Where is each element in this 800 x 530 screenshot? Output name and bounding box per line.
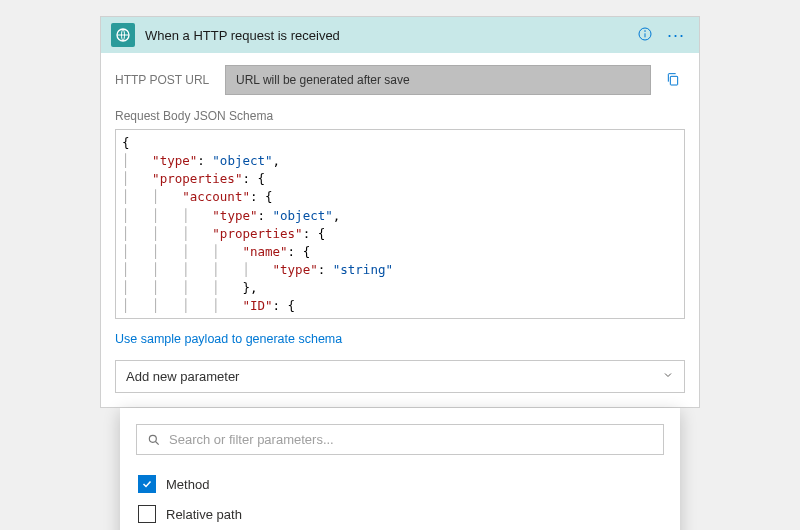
schema-editor[interactable]: {│ "type": "object",│ "properties": {│ │… bbox=[115, 129, 685, 319]
http-trigger-icon bbox=[111, 23, 135, 47]
chevron-down-icon bbox=[662, 369, 674, 384]
checkbox[interactable] bbox=[138, 475, 156, 493]
copy-url-icon[interactable] bbox=[661, 67, 685, 94]
http-url-value: URL will be generated after save bbox=[225, 65, 651, 95]
parameter-option-label: Relative path bbox=[166, 507, 242, 522]
http-url-row: HTTP POST URL URL will be generated afte… bbox=[115, 65, 685, 95]
parameter-option[interactable]: Method bbox=[136, 469, 664, 499]
parameter-option-label: Method bbox=[166, 477, 209, 492]
card-body: HTTP POST URL URL will be generated afte… bbox=[101, 53, 699, 407]
info-icon[interactable] bbox=[637, 26, 653, 45]
add-parameter-dropdown[interactable]: Add new parameter bbox=[115, 360, 685, 393]
more-icon[interactable]: ··· bbox=[663, 25, 689, 46]
svg-point-3 bbox=[645, 30, 646, 31]
card-title: When a HTTP request is received bbox=[145, 28, 627, 43]
parameter-option[interactable]: Relative path bbox=[136, 499, 664, 529]
svg-rect-4 bbox=[670, 76, 677, 85]
add-parameter-label: Add new parameter bbox=[126, 369, 239, 384]
svg-line-6 bbox=[156, 441, 159, 444]
parameter-search-box[interactable] bbox=[136, 424, 664, 455]
http-url-label: HTTP POST URL bbox=[115, 73, 215, 87]
parameter-search-input[interactable] bbox=[169, 432, 653, 447]
parameter-dropdown-panel: MethodRelative path bbox=[120, 408, 680, 530]
search-icon bbox=[147, 433, 161, 447]
schema-label: Request Body JSON Schema bbox=[115, 109, 685, 123]
checkbox[interactable] bbox=[138, 505, 156, 523]
sample-payload-row: Use sample payload to generate schema bbox=[115, 331, 685, 346]
svg-point-5 bbox=[149, 435, 156, 442]
card-header[interactable]: When a HTTP request is received ··· bbox=[101, 17, 699, 53]
trigger-card: When a HTTP request is received ··· HTTP… bbox=[100, 16, 700, 408]
sample-payload-link[interactable]: Use sample payload to generate schema bbox=[115, 332, 342, 346]
